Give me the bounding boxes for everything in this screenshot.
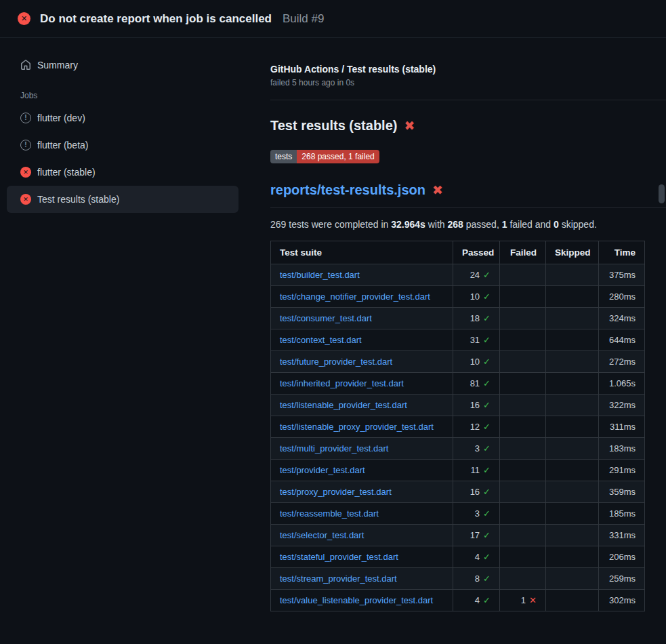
neutral-status-icon: ! bbox=[20, 113, 31, 123]
check-icon: ✓ bbox=[483, 270, 491, 280]
suite-link[interactable]: test/future_provider_test.dart bbox=[280, 357, 392, 367]
sidebar-item-label: flutter (beta) bbox=[37, 140, 88, 150]
report-heading: reports/test-results.json ✖ bbox=[270, 182, 666, 208]
sidebar-item-test-results-stable[interactable]: ✕ Test results (stable) bbox=[7, 186, 238, 213]
section-heading-text: Test results (stable) bbox=[270, 118, 397, 134]
time-cell: 359ms bbox=[599, 481, 645, 503]
time-cell: 185ms bbox=[599, 503, 645, 525]
check-run-breadcrumb: GitHub Actions / Test results (stable) bbox=[270, 64, 666, 75]
suite-link[interactable]: test/change_notifier_provider_test.dart bbox=[280, 291, 430, 302]
cross-mark-icon: ✖ bbox=[432, 184, 443, 197]
sidebar-item-label: flutter (stable) bbox=[37, 167, 96, 178]
sidebar: Summary Jobs ! flutter (dev) ! flutter (… bbox=[0, 38, 249, 213]
table-row: test/future_provider_test.dart 10✓ ✕ 272… bbox=[271, 351, 645, 373]
report-file-link[interactable]: reports/test-results.json bbox=[270, 182, 425, 198]
badge-value: 268 passed, 1 failed bbox=[297, 150, 379, 163]
col-header-passed: Passed bbox=[453, 241, 500, 264]
time-cell: 272ms bbox=[599, 351, 645, 373]
time-cell: 183ms bbox=[599, 438, 645, 460]
table-row: test/listenable_provider_test.dart 16✓ ✕… bbox=[271, 395, 645, 416]
run-title: Do not create report when job is cancell… bbox=[40, 12, 272, 26]
check-icon: ✓ bbox=[483, 465, 491, 475]
time-cell: 311ms bbox=[599, 416, 645, 438]
col-header-failed: Failed bbox=[500, 241, 546, 264]
suite-link[interactable]: test/multi_provider_test.dart bbox=[280, 443, 388, 454]
time-cell: 259ms bbox=[599, 568, 645, 590]
table-row: test/selector_test.dart 17✓ ✕ 331ms bbox=[271, 525, 645, 546]
table-row: test/provider_test.dart 11✓ ✕ 291ms bbox=[271, 460, 645, 481]
table-row: test/consumer_test.dart 18✓ ✕ 324ms bbox=[271, 308, 645, 329]
col-header-test-suite: Test suite bbox=[271, 241, 453, 264]
check-icon: ✓ bbox=[483, 508, 491, 519]
main-content: GitHub Actions / Test results (stable) f… bbox=[249, 38, 666, 611]
time-cell: 302ms bbox=[599, 590, 645, 611]
divider bbox=[270, 100, 666, 100]
suite-link[interactable]: test/stream_provider_test.dart bbox=[280, 573, 397, 584]
col-header-skipped: Skipped bbox=[546, 241, 599, 264]
sidebar-item-label: flutter (dev) bbox=[37, 113, 85, 123]
table-row: test/proxy_provider_test.dart 16✓ ✕ 359m… bbox=[271, 481, 645, 503]
check-icon: ✓ bbox=[483, 357, 491, 367]
suite-link[interactable]: test/proxy_provider_test.dart bbox=[280, 487, 392, 497]
time-cell: 331ms bbox=[599, 525, 645, 546]
table-row: test/builder_test.dart 24✓ ✕ 375ms bbox=[271, 264, 645, 286]
results-table-body: test/builder_test.dart 24✓ ✕ 375ms test/… bbox=[271, 264, 645, 611]
sidebar-item-summary[interactable]: Summary bbox=[7, 52, 238, 79]
table-row: test/stream_provider_test.dart 8✓ ✕ 259m… bbox=[271, 568, 645, 590]
duration-value: 32.964s bbox=[391, 219, 425, 230]
failed-status-icon: ✕ bbox=[20, 194, 31, 205]
x-icon: ✕ bbox=[529, 595, 537, 605]
run-header: ✕ Do not create report when job is cance… bbox=[0, 0, 666, 38]
table-row: test/reassemble_test.dart 3✓ ✕ 185ms bbox=[271, 503, 645, 525]
check-icon: ✓ bbox=[483, 595, 491, 605]
suite-link[interactable]: test/selector_test.dart bbox=[280, 530, 364, 540]
check-icon: ✓ bbox=[483, 378, 491, 388]
badge-label: tests bbox=[270, 150, 297, 163]
failed-status-icon: ✕ bbox=[18, 12, 30, 25]
time-cell: 206ms bbox=[599, 546, 645, 568]
failed-count: 1 bbox=[502, 219, 507, 230]
time-cell: 280ms bbox=[599, 286, 645, 308]
sidebar-item-label: Test results (stable) bbox=[37, 194, 119, 205]
tests-badge: tests 268 passed, 1 failed bbox=[270, 150, 379, 163]
check-icon: ✓ bbox=[483, 335, 491, 345]
time-cell: 291ms bbox=[599, 460, 645, 481]
check-icon: ✓ bbox=[483, 443, 491, 454]
build-number: Build #9 bbox=[283, 12, 324, 26]
jobs-heading: Jobs bbox=[20, 91, 238, 100]
time-cell: 322ms bbox=[599, 395, 645, 416]
suite-link[interactable]: test/provider_test.dart bbox=[280, 465, 365, 475]
suite-link[interactable]: test/listenable_proxy_provider_test.dart bbox=[280, 422, 434, 432]
sidebar-item-flutter-stable[interactable]: ✕ flutter (stable) bbox=[7, 159, 238, 186]
table-row: test/listenable_proxy_provider_test.dart… bbox=[271, 416, 645, 438]
table-header-row: Test suite Passed Failed Skipped Time bbox=[271, 241, 645, 264]
section-heading: Test results (stable) ✖ bbox=[270, 118, 666, 134]
skipped-count: 0 bbox=[554, 219, 559, 230]
time-cell: 375ms bbox=[599, 264, 645, 286]
suite-link[interactable]: test/inherited_provider_test.dart bbox=[280, 378, 404, 388]
check-run-status-text: failed 5 hours ago in 0s bbox=[270, 78, 666, 87]
suite-link[interactable]: test/consumer_test.dart bbox=[280, 313, 372, 323]
table-row: test/value_listenable_provider_test.dart… bbox=[271, 590, 645, 611]
passed-count: 268 bbox=[448, 219, 463, 230]
sidebar-item-flutter-beta[interactable]: ! flutter (beta) bbox=[7, 132, 238, 159]
check-icon: ✓ bbox=[483, 313, 491, 323]
table-row: test/context_test.dart 31✓ ✕ 644ms bbox=[271, 329, 645, 351]
suite-link[interactable]: test/builder_test.dart bbox=[280, 270, 360, 280]
check-icon: ✓ bbox=[483, 291, 491, 302]
time-cell: 1.065s bbox=[599, 373, 645, 395]
scrollbar-thumb[interactable] bbox=[659, 184, 665, 203]
suite-link[interactable]: test/listenable_provider_test.dart bbox=[280, 400, 407, 410]
table-row: test/stateful_provider_test.dart 4✓ ✕ 20… bbox=[271, 546, 645, 568]
sidebar-item-flutter-dev[interactable]: ! flutter (dev) bbox=[7, 104, 238, 132]
home-icon bbox=[20, 60, 31, 71]
suite-link[interactable]: test/reassemble_test.dart bbox=[280, 508, 379, 519]
results-table: Test suite Passed Failed Skipped Time te… bbox=[270, 241, 645, 611]
suite-link[interactable]: test/context_test.dart bbox=[280, 335, 362, 345]
neutral-status-icon: ! bbox=[20, 140, 31, 150]
table-row: test/inherited_provider_test.dart 81✓ ✕ … bbox=[271, 373, 645, 395]
check-icon: ✓ bbox=[483, 487, 491, 497]
suite-link[interactable]: test/value_listenable_provider_test.dart bbox=[280, 595, 433, 605]
table-row: test/multi_provider_test.dart 3✓ ✕ 183ms bbox=[271, 438, 645, 460]
suite-link[interactable]: test/stateful_provider_test.dart bbox=[280, 552, 398, 562]
